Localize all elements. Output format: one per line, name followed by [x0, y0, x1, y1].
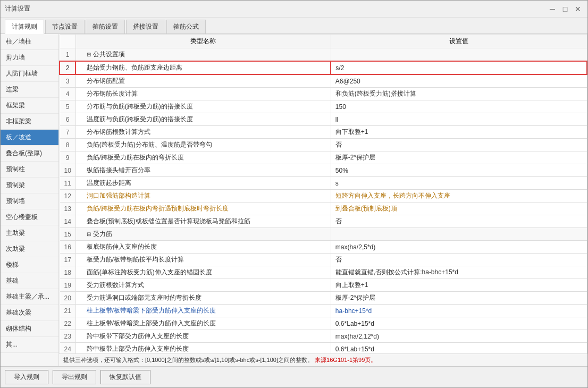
- collapse-icon[interactable]: ⊟: [87, 231, 91, 237]
- sidebar-item-frame-beam[interactable]: 框架梁: [1, 98, 58, 114]
- table-row[interactable]: 14 叠合板(预制底板)或板缝位置是否计算现浇板马凳筋和拉筋 否: [60, 215, 587, 228]
- sidebar-item-sub-rib[interactable]: 次助梁: [1, 241, 58, 257]
- row-name[interactable]: 起始受力钢筋、负筋距支座边距离: [75, 61, 331, 74]
- row-value[interactable]: 150: [331, 100, 587, 113]
- row-name[interactable]: 柱上板带/板带暗梁下部受力筋伸入支座的长度: [75, 305, 331, 317]
- row-value[interactable]: 板厚-2*保护层: [331, 151, 587, 164]
- row-value[interactable]: s: [331, 177, 587, 190]
- table-row[interactable]: 16 板底钢筋伸入支座的长度 max(ha/2,5*d): [60, 241, 587, 254]
- table-row[interactable]: 5 分布筋与负筋(跨板受力筋)的搭接长度 150: [60, 100, 587, 113]
- table-row[interactable]: 20 受力筋遇洞口或端部无支座时的弯折长度 板厚-2*保护层: [60, 292, 587, 305]
- sidebar-item-link-beam[interactable]: 连梁: [1, 82, 58, 98]
- row-value[interactable]: 和负筋(跨板受力筋)搭接计算: [331, 88, 587, 100]
- tab-calc-rules[interactable]: 计算规则: [5, 20, 44, 34]
- table-row[interactable]: 11 温度筋起步距离 s: [60, 177, 587, 190]
- collapse-icon[interactable]: ⊟: [87, 52, 91, 57]
- row-name[interactable]: 跨中板带下部受力筋伸入支座的长度: [75, 330, 331, 343]
- sidebar-item-composite-slab[interactable]: 叠合板(整厚): [1, 146, 58, 162]
- sidebar-item-foundation[interactable]: 基础: [1, 273, 58, 289]
- table-row[interactable]: 8 负筋(跨板受力筋)分布筋、温度筋是否带弯勾 否: [60, 139, 587, 151]
- sidebar-item-precast-beam[interactable]: 预制梁: [1, 178, 58, 193]
- sidebar-item-other[interactable]: 其...: [1, 337, 58, 353]
- row-name[interactable]: 分布钢筋长度计算: [75, 88, 331, 100]
- restore-defaults-button[interactable]: 恢复默认值: [100, 370, 150, 384]
- row-value[interactable]: 板厚-2*保护层: [331, 292, 587, 305]
- sidebar-item-precast-wall[interactable]: 预制墙: [1, 193, 58, 209]
- sidebar-item-civil-defense[interactable]: 人防门框墙: [1, 66, 58, 82]
- row-name[interactable]: 跨中板带上部受力筋伸入支座的长度: [75, 343, 331, 354]
- minimize-button[interactable]: ─: [547, 4, 558, 14]
- row-value[interactable]: A6@250: [331, 74, 587, 88]
- table-row[interactable]: 23 跨中板带下部受力筋伸入支座的长度 max(ha/2,12*d): [60, 330, 587, 343]
- tab-stirrup-formula[interactable]: 箍筋公式: [166, 20, 206, 33]
- table-container[interactable]: 类型名称 设置值 1 ⊟公共设置项 2: [59, 34, 587, 353]
- sidebar-item-foundation-beam[interactable]: 基础主梁／承...: [1, 289, 58, 305]
- row-value[interactable]: 0.6*Lab+15*d: [331, 343, 587, 354]
- row-name[interactable]: 分布筋与负筋(跨板受力筋)的搭接长度: [75, 100, 331, 113]
- tab-node-settings[interactable]: 节点设置: [45, 20, 85, 33]
- table-row[interactable]: 21 柱上板带/板带暗梁下部受力筋伸入支座的长度 ha-bhc+15*d: [60, 305, 587, 317]
- import-rules-button[interactable]: 导入规则: [5, 370, 48, 384]
- table-row[interactable]: 22 柱上板带/板带暗梁上部受力筋伸入支座的长度 0.6*Lab+15*d: [60, 317, 587, 330]
- row-name[interactable]: 洞口加强筋部构造计算: [75, 190, 331, 203]
- sidebar-item-masonry[interactable]: 砌体结构: [1, 321, 58, 337]
- row-name[interactable]: 负筋/跨板受力筋在板内的弯折长度: [75, 151, 331, 164]
- row-value[interactable]: 0.6*Lab+15*d: [331, 317, 587, 330]
- row-value[interactable]: max(ha/2,12*d): [331, 330, 587, 343]
- row-name[interactable]: 受力筋根数计算方式: [75, 279, 331, 292]
- table-row[interactable]: 6 温度筋与负筋(跨板受力筋)的搭接长度 ll: [60, 113, 587, 126]
- sidebar-item-main-rib[interactable]: 主助梁: [1, 225, 58, 241]
- row-name[interactable]: 温度筋起步距离: [75, 177, 331, 190]
- table-row[interactable]: 4 分布钢筋长度计算 和负筋(跨板受力筋)搭接计算: [60, 88, 587, 100]
- row-name[interactable]: 受力筋遇洞口或端部无支座时的弯折长度: [75, 292, 331, 305]
- row-name[interactable]: 板底钢筋伸入支座的长度: [75, 241, 331, 254]
- sidebar-item-slab[interactable]: 板／坡道: [1, 130, 58, 146]
- row-value[interactable]: ha-bhc+15*d: [331, 305, 587, 317]
- close-button[interactable]: ✕: [573, 4, 583, 14]
- maximize-button[interactable]: □: [560, 4, 570, 14]
- table-row[interactable]: 10 纵筋搭接头错开百分率 50%: [60, 164, 587, 177]
- row-name[interactable]: 板受力筋/板带钢筋按平均长度计算: [75, 254, 331, 266]
- table-row[interactable]: 18 面筋(单标注跨板受力筋)伸入支座的锚固长度 能直锚就直锚,否则按公式计算:…: [60, 266, 587, 279]
- row-value[interactable]: ll: [331, 113, 587, 126]
- row-name[interactable]: 叠合板(预制底板)或板缝位置是否计算现浇板马凳筋和拉筋: [75, 215, 331, 228]
- row-value[interactable]: 向下取整+1: [331, 126, 587, 139]
- row-name[interactable]: 负筋/跨板受力筋在板内弯折遇预制底板时弯折长度: [75, 203, 331, 215]
- sidebar-item-hollow-slab[interactable]: 空心楼盖板: [1, 209, 58, 225]
- row-value[interactable]: max(ha/2,5*d): [331, 241, 587, 254]
- export-rules-button[interactable]: 导出规则: [53, 370, 96, 384]
- sidebar-item-precast-col[interactable]: 预制柱: [1, 162, 58, 178]
- row-name[interactable]: 分布钢筋配置: [75, 74, 331, 88]
- row-name[interactable]: 温度筋与负筋(跨板受力筋)的搭接长度: [75, 113, 331, 126]
- table-row[interactable]: 2 起始受力钢筋、负筋距支座边距离 s/2: [60, 61, 587, 74]
- table-row[interactable]: 13 负筋/跨板受力筋在板内弯折遇预制底板时弯折长度 到叠合板(预制底板)顶: [60, 203, 587, 215]
- row-name[interactable]: 分布钢筋根数计算方式: [75, 126, 331, 139]
- row-name[interactable]: 纵筋搭接头错开百分率: [75, 164, 331, 177]
- table-row[interactable]: 19 受力筋根数计算方式 向上取整+1: [60, 279, 587, 292]
- tab-splice-settings[interactable]: 搭接设置: [126, 20, 165, 33]
- row-value[interactable]: 否: [331, 215, 587, 228]
- row-value[interactable]: 到叠合板(预制底板)顶: [331, 203, 587, 215]
- table-row[interactable]: 9 负筋/跨板受力筋在板内的弯折长度 板厚-2*保护层: [60, 151, 587, 164]
- sidebar-item-stair[interactable]: 楼梯: [1, 257, 58, 273]
- row-value[interactable]: 否: [331, 139, 587, 151]
- sidebar-item-secondary-beam[interactable]: 基础次梁: [1, 305, 58, 321]
- row-value[interactable]: s/2: [331, 61, 587, 74]
- table-row[interactable]: 12 洞口加强筋部构造计算 短跨方向伸入支座，长跨方向不伸入支座: [60, 190, 587, 203]
- row-value[interactable]: 短跨方向伸入支座，长跨方向不伸入支座: [331, 190, 587, 203]
- table-row[interactable]: 3 分布钢筋配置 A6@250: [60, 74, 587, 88]
- row-value[interactable]: 否: [331, 254, 587, 266]
- row-value[interactable]: 能直锚就直锚,否则按公式计算:ha-bhc+15*d: [331, 266, 587, 279]
- tab-stirrup-settings[interactable]: 箍筋设置: [86, 20, 125, 33]
- row-name[interactable]: 负筋(跨板受力筋)分布筋、温度筋是否带弯勾: [75, 139, 331, 151]
- sidebar-item-col-wall[interactable]: 柱／墙柱: [1, 34, 58, 50]
- table-row[interactable]: 24 跨中板带上部受力筋伸入支座的长度 0.6*Lab+15*d: [60, 343, 587, 354]
- row-name[interactable]: 面筋(单标注跨板受力筋)伸入支座的锚固长度: [75, 266, 331, 279]
- row-value[interactable]: 50%: [331, 164, 587, 177]
- row-value[interactable]: 向上取整+1: [331, 279, 587, 292]
- sidebar-item-shear-wall[interactable]: 剪力墙: [1, 50, 58, 66]
- table-row[interactable]: 17 板受力筋/板带钢筋按平均长度计算 否: [60, 254, 587, 266]
- row-name[interactable]: 柱上板带/板带暗梁上部受力筋伸入支座的长度: [75, 317, 331, 330]
- table-row[interactable]: 7 分布钢筋根数计算方式 向下取整+1: [60, 126, 587, 139]
- sidebar-item-non-frame-beam[interactable]: 非框架梁: [1, 114, 58, 130]
